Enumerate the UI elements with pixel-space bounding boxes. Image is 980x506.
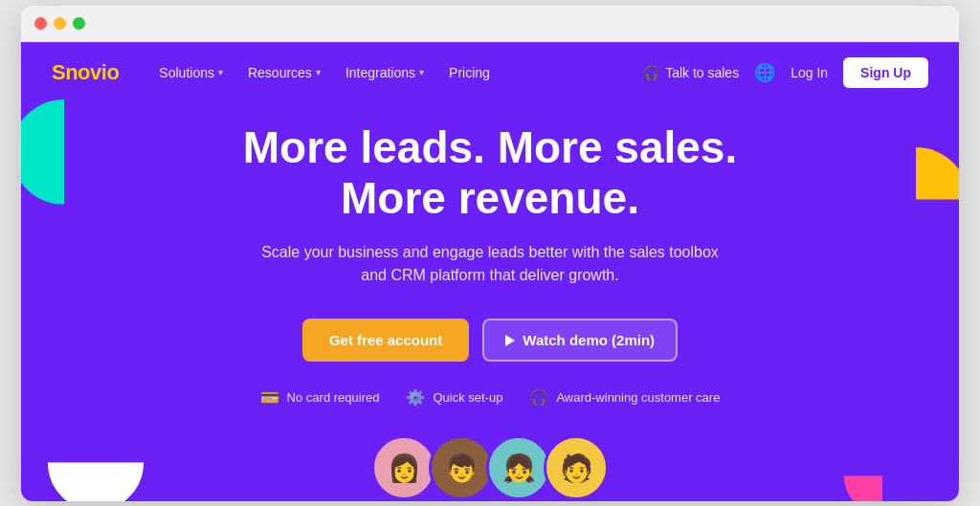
feature-no-card: 💳 No card required [260, 388, 380, 407]
feature-customer-care: 🎧 Award-winning customer care [529, 388, 720, 407]
cta-row: Get free account Watch demo (2min) [302, 319, 678, 362]
globe-icon[interactable]: 🌐 [754, 62, 775, 83]
avatar-4: 🧑 [544, 435, 609, 500]
avatars-row: 👩 👦 👧 🧑 [371, 435, 609, 500]
chevron-down-icon: ▾ [218, 67, 223, 77]
hero-section: Snovio Solutions ▾ Resources ▾ Integrati… [21, 42, 959, 501]
play-icon [505, 335, 515, 346]
hero-content: More leads. More sales. More revenue. Sc… [21, 103, 959, 501]
dot-green[interactable] [73, 17, 85, 30]
watch-demo-button[interactable]: Watch demo (2min) [482, 319, 678, 362]
dot-yellow[interactable] [54, 17, 66, 30]
headset-icon: 🎧 [643, 65, 659, 80]
chevron-down-icon: ▾ [419, 67, 424, 77]
feature-quick-setup: ⚙️ Quick set-up [406, 388, 502, 407]
avatar-1: 👩 [371, 435, 436, 500]
signup-button[interactable]: Sign Up [843, 57, 928, 88]
nav-links: Solutions ▾ Resources ▾ Integrations ▾ P… [149, 59, 643, 86]
setup-icon: ⚙️ [406, 388, 425, 407]
avatar-2: 👦 [429, 435, 494, 500]
features-row: 💳 No card required ⚙️ Quick set-up 🎧 Awa… [260, 388, 721, 407]
nav-pricing[interactable]: Pricing [439, 59, 500, 86]
nav-solutions[interactable]: Solutions ▾ [149, 59, 233, 86]
talk-to-sales-button[interactable]: 🎧 Talk to sales [643, 65, 739, 80]
logo-suffix: io [101, 60, 120, 84]
logo-text: Snov [52, 60, 101, 84]
avatar-3: 👧 [486, 435, 551, 500]
navbar: Snovio Solutions ▾ Resources ▾ Integrati… [21, 42, 959, 103]
hero-subtext: Scale your business and engage leads bet… [251, 241, 729, 289]
login-button[interactable]: Log In [791, 65, 828, 80]
logo[interactable]: Snovio [52, 60, 119, 85]
get-free-account-button[interactable]: Get free account [302, 319, 469, 362]
nav-integrations[interactable]: Integrations ▾ [336, 59, 434, 86]
browser-chrome [21, 6, 959, 42]
nav-resources[interactable]: Resources ▾ [238, 59, 330, 86]
hero-heading: More leads. More sales. More revenue. [243, 122, 737, 224]
headset-small-icon: 🎧 [529, 388, 548, 407]
dot-red[interactable] [34, 17, 47, 30]
card-icon: 💳 [260, 388, 279, 407]
nav-right: 🎧 Talk to sales 🌐 Log In Sign Up [643, 57, 928, 88]
chevron-down-icon: ▾ [316, 67, 321, 77]
browser-window: Snovio Solutions ▾ Resources ▾ Integrati… [21, 6, 959, 501]
